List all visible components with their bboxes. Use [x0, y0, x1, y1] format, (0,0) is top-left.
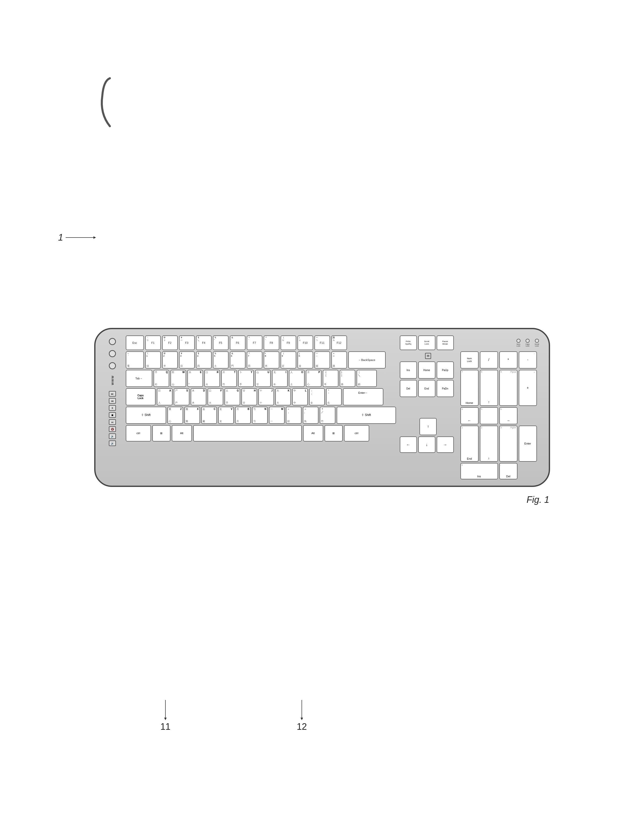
key-backslash[interactable]: ｜ ＼ 鎖	[357, 370, 377, 387]
key-rshift[interactable]: ⇧ Shift	[336, 407, 396, 424]
key-pgdn[interactable]: PaDn	[437, 380, 454, 397]
key-prtsc[interactable]: PrtScSysRq	[400, 336, 417, 350]
key-f8[interactable]: ＊ ˋ F8	[264, 336, 279, 350]
key-f10[interactable]: ） ㄊ F10	[298, 336, 313, 350]
key-6[interactable]: ＆ 6 門	[230, 351, 245, 368]
key-s[interactable]: S 尸 戶	[174, 388, 189, 405]
key-numdiv[interactable]: /	[480, 351, 498, 368]
media-btn-5[interactable]: ⏯	[109, 419, 116, 425]
key-comma[interactable]: ＜ ， 頭	[286, 407, 301, 424]
key-minus[interactable]: 一 － 縮	[314, 351, 330, 368]
key-numadd[interactable]: ＋ +	[519, 370, 537, 406]
key-num1[interactable]: 1 End	[460, 426, 478, 462]
key-slash[interactable]: ？ ／ 竹	[320, 407, 335, 424]
key-num5[interactable]: 5	[480, 407, 498, 425]
key-period[interactable]: ＞ 。 魚	[303, 407, 319, 424]
key-5[interactable]: ％ 5 土	[213, 351, 229, 368]
key-b[interactable]: B 月 月	[235, 407, 251, 424]
key-lwin[interactable]: ⊞	[152, 425, 171, 442]
key-k[interactable]: K 大 大	[275, 388, 291, 405]
key-u[interactable]: U 山 廿	[255, 370, 271, 387]
key-enter[interactable]: Enter←	[343, 388, 383, 405]
key-f11[interactable]: 一 ㄋ F11	[314, 336, 330, 350]
key-l[interactable]: L 中 中	[292, 388, 308, 405]
media-btn-8[interactable]: 🔊	[109, 441, 116, 446]
key-d[interactable]: D 木 木	[191, 388, 206, 405]
media-btn-4[interactable]: ⏹	[109, 412, 116, 418]
key-quote[interactable]: ＂ ＇ 右	[326, 388, 342, 405]
key-right[interactable]: →	[437, 436, 454, 453]
media-btn-3[interactable]: ⏸	[109, 405, 116, 411]
key-ins[interactable]: Ins	[400, 362, 417, 379]
key-num3[interactable]: 3 PgDn	[499, 426, 517, 462]
key-z[interactable]: Z 重 心	[167, 407, 183, 424]
key-up[interactable]: ↑	[420, 418, 437, 435]
key-3[interactable]: ＃ 3 目	[179, 351, 195, 368]
key-h[interactable]: H 廿 廿	[242, 388, 257, 405]
key-v[interactable]: V 女 女	[218, 407, 234, 424]
key-e[interactable]: E 水 *	[187, 370, 203, 387]
key-lctrl[interactable]: ctrl	[126, 425, 151, 442]
key-c[interactable]: C 金 廠	[201, 407, 217, 424]
key-y[interactable]: Y 卜 手	[238, 370, 254, 387]
key-o[interactable]: O 人 土	[289, 370, 304, 387]
key-2[interactable]: ＠ 2 半	[162, 351, 178, 368]
key-capslock[interactable]: Caps Lock	[126, 388, 156, 405]
key-f9[interactable]: （ ㄉ F9	[280, 336, 296, 350]
media-btn-6[interactable]: 🔇	[109, 426, 116, 432]
key-f1[interactable]: ！ ㄅ F1	[145, 336, 161, 350]
key-7[interactable]: ＊ 7 田	[247, 351, 262, 368]
key-semicolon[interactable]: ： ； 女	[309, 388, 325, 405]
key-num9[interactable]: 9 PgUp	[499, 370, 517, 406]
key-0[interactable]: ） 0 金	[298, 351, 313, 368]
key-num7[interactable]: 7 Home	[460, 370, 478, 406]
key-pgup[interactable]: PaUp	[437, 362, 454, 379]
key-tab[interactable]: Tab→	[126, 370, 152, 387]
key-t[interactable]: T 廾 竹	[221, 370, 237, 387]
key-p[interactable]: P 月 心	[306, 370, 322, 387]
key-del[interactable]: Del	[400, 380, 417, 397]
key-1[interactable]: ！ 1 信	[145, 351, 161, 368]
key-i[interactable]: I 戈 水	[272, 370, 288, 387]
key-f7[interactable]: ＊ ˊ F7	[247, 336, 262, 350]
key-lbracket[interactable]: ｛ ［ 耳	[323, 370, 338, 387]
key-left[interactable]: ←	[400, 436, 417, 453]
key-numlock[interactable]: NumLock	[460, 351, 478, 368]
key-numenter[interactable]: Enter	[519, 426, 537, 462]
key-esc[interactable]: Esc	[126, 336, 144, 350]
key-f5[interactable]: ％ ˇ F5	[213, 336, 229, 350]
key-equal[interactable]: ＋ ＝ 路	[331, 351, 347, 368]
key-9[interactable]: （ 9 定	[280, 351, 296, 368]
key-home[interactable]: Home	[418, 362, 435, 379]
key-m[interactable]: M 一 一	[269, 407, 285, 424]
key-f2[interactable]: ＠ ㄆ F2	[162, 336, 178, 350]
key-down[interactable]: ↓	[418, 436, 435, 453]
key-num8[interactable]: 8 ↑	[480, 370, 498, 406]
key-num4[interactable]: 4 ←	[460, 407, 478, 425]
media-btn-2[interactable]: ⏮	[109, 398, 116, 404]
key-end[interactable]: End	[418, 380, 435, 397]
key-tilde[interactable]: ～ ｀ 電	[126, 351, 144, 368]
key-g[interactable]: G 土 手	[224, 388, 240, 405]
key-j[interactable]: J 十 十	[258, 388, 274, 405]
key-rctrl[interactable]: ctrl	[344, 425, 369, 442]
key-f12[interactable]: 路 ㄌ F12	[331, 336, 347, 350]
media-btn-1[interactable]: ⏭	[109, 391, 116, 397]
key-a[interactable]: A 日 人	[157, 388, 172, 405]
key-scrlock[interactable]: ScrollLock	[418, 336, 435, 350]
key-space[interactable]	[193, 425, 302, 442]
key-rwin[interactable]: ⊞	[325, 425, 343, 442]
key-numsub[interactable]: － -	[519, 351, 537, 368]
key-ralt[interactable]: Alt	[303, 425, 323, 442]
key-backspace[interactable]: ←BackSpace	[348, 351, 386, 368]
key-nummul[interactable]: *	[499, 351, 517, 368]
key-num0[interactable]: 0 Ins	[460, 463, 498, 479]
media-btn-7[interactable]: 🔉	[109, 433, 116, 439]
key-lshift[interactable]: ⇧ Shift	[126, 407, 166, 424]
key-f[interactable]: F 口 火	[208, 388, 223, 405]
key-x[interactable]: X 難 雞	[184, 407, 200, 424]
key-num6[interactable]: 6 →	[499, 407, 517, 425]
key-rbracket[interactable]: ｝ ］ 路	[340, 370, 355, 387]
key-lalt[interactable]: Alt	[172, 425, 192, 442]
key-pause[interactable]: PauseBreak	[437, 336, 454, 350]
